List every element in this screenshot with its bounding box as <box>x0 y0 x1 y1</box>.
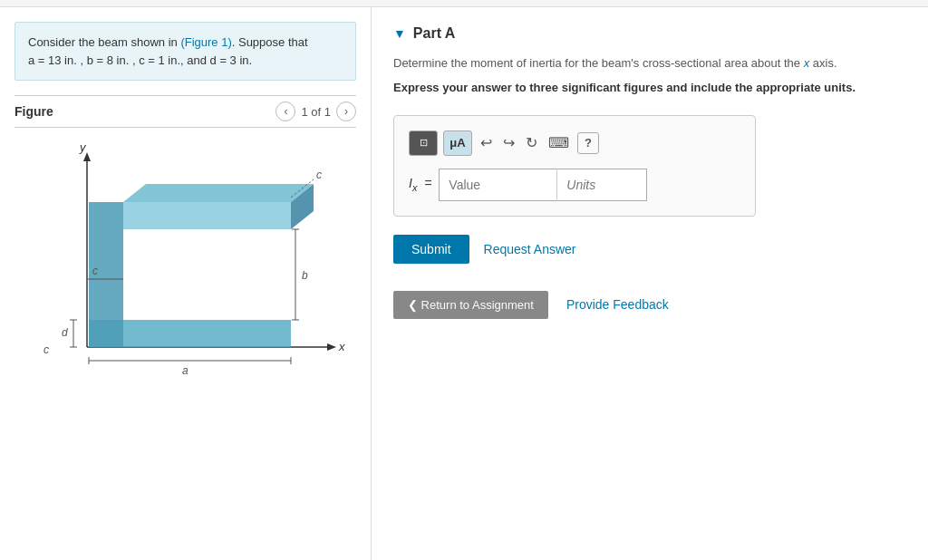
figure-next-button[interactable]: › <box>336 101 356 121</box>
toolbar: ⊡ μA ↩ ↪ ↻ ⌨ ? <box>409 130 740 156</box>
problem-text-before: Consider the beam shown in <box>28 35 180 49</box>
undo-icon: ↩ <box>480 135 492 150</box>
input-subscript: x <box>412 182 418 193</box>
action-row: Submit Request Answer <box>393 235 906 264</box>
undo-button[interactable]: ↩ <box>478 134 495 151</box>
svg-marker-8 <box>123 202 291 229</box>
redo-icon: ↪ <box>503 135 515 150</box>
input-equals: = <box>424 176 431 190</box>
provide-feedback-link[interactable]: Provide Feedback <box>566 297 669 312</box>
svg-text:x: x <box>338 340 345 353</box>
problem-equation: a = 13 in. , b = 8 in. , c = 1 in., and … <box>28 53 252 67</box>
part-description-text: Determine the moment of inertia for the … <box>393 56 804 70</box>
part-instruction: Express your answer to three significant… <box>393 79 906 97</box>
part-axis-suffix: axis. <box>809 56 836 70</box>
svg-text:y: y <box>79 140 87 154</box>
figure-nav-count: 1 of 1 <box>301 105 331 119</box>
help-label: ? <box>585 136 592 150</box>
return-label: ❮ Return to Assignment <box>408 298 534 312</box>
figure-canvas: y x <box>24 139 350 392</box>
return-to-assignment-button[interactable]: ❮ Return to Assignment <box>393 291 548 319</box>
main-layout: Consider the beam shown in (Figure 1). S… <box>0 7 928 560</box>
bottom-actions: ❮ Return to Assignment Provide Feedback <box>393 291 906 319</box>
submit-label: Submit <box>411 242 451 256</box>
figure-link[interactable]: (Figure 1) <box>180 35 231 49</box>
problem-text-after: . Suppose that <box>232 35 308 49</box>
request-answer-label: Request Answer <box>484 242 576 256</box>
input-row: Ix = <box>409 169 740 201</box>
svg-text:a: a <box>182 364 188 377</box>
refresh-icon: ↻ <box>526 135 537 150</box>
svg-text:c: c <box>316 169 322 181</box>
part-title: Part A <box>413 25 456 42</box>
mu-button[interactable]: μA <box>443 130 472 156</box>
svg-marker-4 <box>327 343 336 351</box>
svg-text:b: b <box>302 269 308 282</box>
part-description: Determine the moment of inertia for the … <box>393 56 906 70</box>
figure-prev-button[interactable]: ‹ <box>276 101 295 121</box>
svg-text:c: c <box>92 265 98 277</box>
feedback-label: Provide Feedback <box>566 297 669 312</box>
figure-nav: ‹ 1 of 1 › <box>276 101 356 121</box>
units-input[interactable] <box>556 169 647 201</box>
help-button[interactable]: ? <box>577 132 599 154</box>
value-input[interactable] <box>439 169 556 201</box>
right-panel: ▼ Part A Determine the moment of inertia… <box>372 7 928 560</box>
problem-statement: Consider the beam shown in (Figure 1). S… <box>14 22 356 81</box>
keyboard-icon: ⌨ <box>548 135 569 150</box>
figure-diagram: y x <box>24 139 350 392</box>
submit-button[interactable]: Submit <box>393 235 469 264</box>
redo-button[interactable]: ↪ <box>500 134 517 151</box>
mu-label: μA <box>450 136 465 150</box>
figure-section: Figure ‹ 1 of 1 › y x <box>14 95 356 546</box>
keyboard-button[interactable]: ⌨ <box>546 134 572 151</box>
refresh-button[interactable]: ↻ <box>523 134 540 151</box>
request-answer-link[interactable]: Request Answer <box>484 242 576 256</box>
part-header: ▼ Part A <box>393 25 906 42</box>
figure-title: Figure <box>14 104 53 119</box>
top-bar <box>0 0 928 7</box>
svg-marker-10 <box>123 184 314 202</box>
matrix-icon: ⊡ <box>420 137 428 149</box>
svg-text:c: c <box>44 343 49 356</box>
input-label: Ix = <box>409 176 431 193</box>
answer-box: ⊡ μA ↩ ↪ ↻ ⌨ ? <box>393 115 756 217</box>
matrix-button[interactable]: ⊡ <box>409 130 438 156</box>
svg-text:d: d <box>62 326 68 339</box>
left-panel: Consider the beam shown in (Figure 1). S… <box>0 7 372 560</box>
part-arrow-icon: ▼ <box>393 26 406 41</box>
figure-header: Figure ‹ 1 of 1 › <box>14 95 356 128</box>
